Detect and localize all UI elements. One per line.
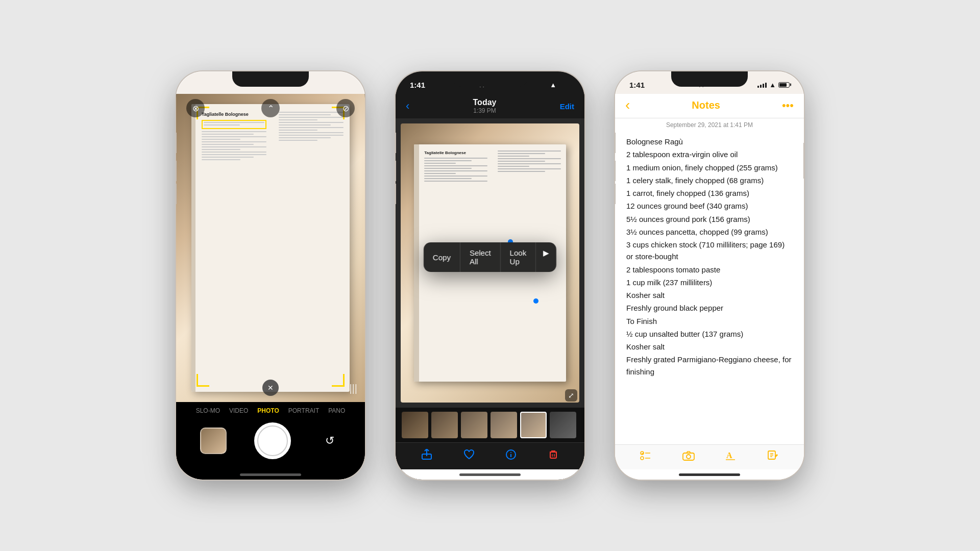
signal-icon [538,82,547,88]
info-icon [505,449,517,460]
ingredient-8: 3 cups chicken stock (710 milliliters; p… [626,239,793,263]
recipe-title: Bolognese Ragù [626,136,793,147]
battery-icon [559,82,570,88]
x-icon: ✕ [267,384,274,392]
notes-header: Notes ••• [615,94,804,118]
camera-button[interactable] [682,450,695,464]
book-spine [414,144,419,382]
book-highlight [202,120,266,129]
strip-thumb-2[interactable] [431,412,458,438]
timer-icon: ⊘ [342,104,349,113]
markup-button[interactable]: A [724,450,737,464]
signal-icon [757,82,767,88]
copy-menu-item[interactable]: Copy [424,242,460,272]
scan-corner-bl [197,374,209,387]
timer-button[interactable]: ⊘ [336,99,355,117]
strip-thumb-4[interactable] [491,412,517,438]
camera-viewfinder[interactable]: Tagliatelle Bolognese [176,94,365,402]
strip-thumb-5[interactable] [520,412,547,438]
ingredient-16: Freshly grated Parmigiano-Reggiano chees… [626,354,793,378]
svg-point-5 [510,452,511,453]
back-button[interactable]: ‹ [406,99,409,113]
ingredient-4: 1 carrot, finely chopped (136 grams) [626,187,793,199]
notch [452,71,528,87]
wifi-icon: ▲ [769,81,776,89]
back-button[interactable] [625,98,630,113]
svg-point-17 [687,455,691,459]
share-button[interactable] [421,449,432,463]
lines-icon: ||| [349,383,357,394]
notch [232,71,309,87]
mode-photo[interactable]: PHOTO [257,407,279,414]
home-bar [240,473,301,476]
mode-slomo[interactable]: SLO-MO [196,407,220,414]
home-indicator [396,469,584,480]
info-button[interactable] [505,449,517,463]
cancel-scan-button[interactable]: ✕ [262,380,279,396]
ingredient-3: 1 celery stalk, finely chopped (68 grams… [626,174,793,186]
last-photo-thumbnail[interactable] [200,428,227,454]
live-toggle[interactable]: ⌃ [261,99,280,117]
mode-video[interactable]: VIDEO [229,407,248,414]
more-menu-button[interactable]: ▶ [536,242,556,272]
shutter-button[interactable] [254,422,291,459]
select-all-menu-item[interactable]: Select All [460,242,501,272]
compose-button[interactable] [767,450,779,464]
strip-thumb-3[interactable] [461,412,487,438]
flash-button[interactable]: ⊗ [186,99,205,117]
strip-thumb-1[interactable] [402,412,428,438]
delete-button[interactable] [548,449,559,463]
ingredient-11: Kosher salt [626,289,793,301]
svg-text:A: A [726,451,732,460]
ingredient-2: 1 medium onion, finely chopped (255 gram… [626,162,793,173]
day-label: Today [473,98,497,107]
mode-pano[interactable]: PANO [328,407,345,414]
svg-rect-6 [550,452,556,458]
time-subtitle: 1:39 PM [473,107,497,114]
phone-photos: 1:41 ▲ ‹ [396,71,584,480]
flip-icon: ↺ [325,434,334,447]
checklist-button[interactable] [640,450,652,464]
home-bar [679,473,740,476]
markup-icon: A [724,450,737,461]
flash-icon: ⊗ [192,104,199,113]
trash-icon [548,449,559,460]
heart-button[interactable] [463,449,475,463]
heart-icon [463,449,475,460]
phone-notes: 1:41 ▲ Not [615,71,804,480]
time-display: 1:41 [629,81,645,89]
home-indicator [176,469,365,480]
photos-toolbar [396,442,584,469]
svg-point-14 [641,457,644,460]
photos-content: ‹ Today 1:39 PM Edit Tagliatelle Bologne… [396,94,584,480]
strip-thumb-6[interactable] [550,412,576,438]
copy-label: Copy [433,253,451,262]
flip-camera-button[interactable]: ↺ [318,430,341,452]
camera-controls: ↺ [176,422,365,459]
ingredient-6: 5½ ounces ground pork (156 grams) [626,213,793,225]
book-title: Tagliatelle Bolognese [424,151,487,155]
checklist-icon [640,450,652,461]
ingredient-13: To Finish [626,315,793,327]
look-up-label: Look Up [510,248,527,266]
ingredient-15: Kosher salt [626,341,793,353]
notes-title: Notes [692,99,720,111]
mode-portrait[interactable]: PORTRAIT [288,407,319,414]
notes-body: Bolognese Ragù 2 tablespoon extra-virgin… [615,134,804,444]
main-photo-area[interactable]: Tagliatelle Bolognese [396,118,584,408]
status-icons: ▲ [757,81,790,89]
phones-container: Tagliatelle Bolognese [176,71,804,480]
compose-icon [767,450,779,461]
ingredient-9: 2 tablespoons tomato paste [626,264,793,276]
notes-date: September 29, 2021 at 1:41 PM [615,118,804,134]
camera-icon [682,450,695,461]
context-menu: Copy Select All Look Up ▶ [424,242,556,272]
battery-icon [778,82,790,88]
look-up-menu-item[interactable]: Look Up [501,242,536,272]
ingredient-7: 3½ ounces pancetta, chopped (99 grams) [626,226,793,238]
ingredient-12: Freshly ground black pepper [626,302,793,314]
photos-header: ‹ Today 1:39 PM Edit [396,94,584,118]
expand-button[interactable]: ⤢ [565,389,577,402]
edit-button[interactable]: Edit [560,102,574,111]
more-button[interactable]: ••• [782,99,794,112]
